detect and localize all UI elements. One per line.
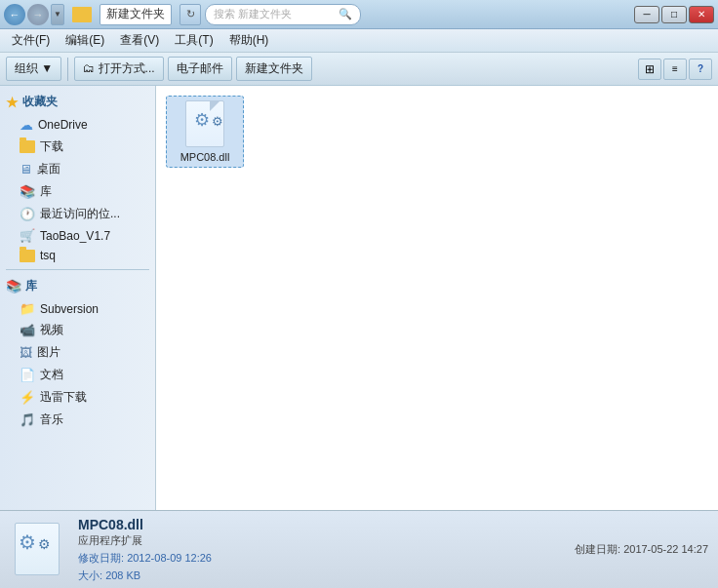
open-with-button[interactable]: 🗂 打开方式... bbox=[74, 57, 163, 81]
folder-icon-subversion: 📁 bbox=[20, 301, 35, 316]
organize-button[interactable]: 组织 ▼ bbox=[6, 57, 61, 81]
status-bar: ⚙ ⚙ MPC08.dll 应用程序扩展 修改日期: 2012-08-09 12… bbox=[0, 510, 718, 588]
menu-file[interactable]: 文件(F) bbox=[4, 30, 58, 51]
favorites-header[interactable]: ★ 收藏夹 bbox=[0, 90, 155, 114]
folder-icon-video: 📹 bbox=[20, 323, 35, 337]
status-type: 应用程序扩展 bbox=[78, 533, 561, 548]
sidebar-item-music[interactable]: 🎵 音乐 bbox=[0, 409, 155, 431]
library-icon: 📚 bbox=[6, 279, 21, 294]
toolbar-right: ⊞ ≡ ? bbox=[638, 59, 712, 80]
new-folder-button[interactable]: 新建文件夹 bbox=[236, 57, 312, 81]
title-bar-left: ← → ▼ 新建文件夹 ↻ 搜索 新建文件夹 🔍 bbox=[4, 4, 361, 25]
address-bar[interactable]: 新建文件夹 bbox=[100, 4, 172, 25]
size-value: 208 KB bbox=[105, 569, 140, 581]
folder-icon bbox=[72, 7, 92, 22]
sidebar-item-taobao[interactable]: 🛒 TaoBao_V1.7 bbox=[0, 225, 155, 246]
menu-edit[interactable]: 编辑(E) bbox=[58, 30, 112, 51]
email-button[interactable]: 电子邮件 bbox=[168, 57, 232, 81]
folder-icon-documents: 📄 bbox=[20, 368, 35, 382]
back-button[interactable]: ← bbox=[4, 4, 25, 25]
status-info: MPC08.dll 应用程序扩展 修改日期: 2012-08-09 12:26 … bbox=[78, 517, 561, 583]
status-right: 创建日期: 2017-05-22 14:27 bbox=[575, 540, 708, 560]
sidebar-item-xunlei[interactable]: ⚡ 迅雷下载 bbox=[0, 386, 155, 409]
help-button[interactable]: ? bbox=[689, 59, 712, 80]
sidebar-item-library[interactable]: 📚 库 bbox=[0, 180, 155, 203]
status-created: 创建日期: 2017-05-22 14:27 bbox=[575, 540, 708, 560]
menu-help[interactable]: 帮助(H) bbox=[221, 30, 277, 51]
toolbar-separator bbox=[67, 58, 68, 81]
folder-icon-taobao: 🛒 bbox=[20, 228, 35, 243]
window-controls: ─ □ ✕ bbox=[634, 6, 714, 23]
file-mpc08-dll[interactable]: ⚙ ⚙ MPC08.dll bbox=[166, 96, 244, 168]
view-grid-button[interactable]: ⊞ bbox=[638, 59, 661, 80]
search-placeholder: 搜索 新建文件夹 bbox=[214, 7, 292, 21]
menu-tools[interactable]: 工具(T) bbox=[167, 30, 220, 51]
star-icon: ★ bbox=[6, 95, 19, 110]
maximize-button[interactable]: □ bbox=[661, 6, 687, 23]
sidebar-item-recent[interactable]: 🕐 最近访问的位... bbox=[0, 203, 155, 225]
search-icon: 🔍 bbox=[339, 8, 352, 20]
address-text: 新建文件夹 bbox=[106, 6, 165, 22]
sidebar-item-download[interactable]: 下载 bbox=[0, 136, 155, 158]
minimize-button[interactable]: ─ bbox=[634, 6, 659, 23]
folder-icon-download bbox=[20, 140, 35, 153]
icon-paper: ⚙ ⚙ bbox=[185, 100, 224, 147]
library-label: 库 bbox=[25, 278, 37, 294]
title-bar: ← → ▼ 新建文件夹 ↻ 搜索 新建文件夹 🔍 ─ □ ✕ bbox=[0, 0, 718, 29]
sidebar: ★ 收藏夹 ☁ OneDrive 下载 🖥 桌面 📚 库 🕐 最近访问的位...… bbox=[0, 86, 156, 510]
sidebar-item-documents[interactable]: 📄 文档 bbox=[0, 364, 155, 386]
file-label: MPC08.dll bbox=[180, 151, 230, 163]
size-label: 大小: bbox=[78, 569, 102, 581]
main-area: ★ 收藏夹 ☁ OneDrive 下载 🖥 桌面 📚 库 🕐 最近访问的位...… bbox=[0, 86, 718, 510]
modified-value: 2012-08-09 12:26 bbox=[127, 552, 212, 564]
folder-icon-onedrive: ☁ bbox=[20, 117, 33, 133]
icon-gears: ⚙ ⚙ bbox=[194, 109, 223, 131]
status-filename: MPC08.dll bbox=[78, 517, 561, 532]
menu-view[interactable]: 查看(V) bbox=[112, 30, 167, 51]
status-modified: 修改日期: 2012-08-09 12:26 bbox=[78, 551, 561, 566]
folder-icon-library: 📚 bbox=[20, 184, 35, 199]
status-file-icon: ⚙ ⚙ bbox=[10, 523, 64, 577]
gear-small: ⚙ bbox=[212, 114, 223, 131]
toolbar: 组织 ▼ 🗂 打开方式... 电子邮件 新建文件夹 ⊞ ≡ ? bbox=[0, 53, 718, 86]
folder-icon-tsq bbox=[20, 250, 35, 262]
sidebar-item-desktop[interactable]: 🖥 桌面 bbox=[0, 158, 155, 180]
sidebar-item-pictures[interactable]: 🖼 图片 bbox=[0, 341, 155, 364]
folder-icon-pictures: 🖼 bbox=[20, 345, 32, 360]
sidebar-divider bbox=[6, 269, 149, 270]
forward-button[interactable]: → bbox=[27, 4, 49, 25]
sidebar-item-tsq[interactable]: tsq bbox=[0, 246, 155, 265]
dll-icon: ⚙ ⚙ bbox=[181, 100, 228, 147]
sidebar-item-video[interactable]: 📹 视频 bbox=[0, 319, 155, 341]
menu-bar: 文件(F) 编辑(E) 查看(V) 工具(T) 帮助(H) bbox=[0, 29, 718, 53]
file-area: ⚙ ⚙ MPC08.dll bbox=[156, 86, 718, 510]
close-button[interactable]: ✕ bbox=[689, 6, 714, 23]
gear-large: ⚙ bbox=[194, 109, 210, 131]
library-header[interactable]: 📚 库 bbox=[0, 274, 155, 298]
status-icon-gears: ⚙ ⚙ bbox=[19, 530, 51, 554]
nav-buttons: ← → ▼ bbox=[4, 4, 64, 25]
status-size: 大小: 208 KB bbox=[78, 568, 561, 583]
folder-icon-xunlei: ⚡ bbox=[20, 390, 35, 405]
search-bar[interactable]: 搜索 新建文件夹 🔍 bbox=[205, 4, 361, 25]
modified-label: 修改日期: bbox=[78, 552, 124, 564]
refresh-button[interactable]: ↻ bbox=[180, 4, 201, 25]
view-list-button[interactable]: ≡ bbox=[663, 59, 687, 80]
sidebar-item-onedrive[interactable]: ☁ OneDrive bbox=[0, 114, 155, 136]
favorites-label: 收藏夹 bbox=[22, 94, 58, 110]
folder-icon-music: 🎵 bbox=[20, 412, 35, 427]
folder-icon-recent: 🕐 bbox=[20, 207, 35, 221]
folder-icon-desktop: 🖥 bbox=[20, 162, 32, 176]
dropdown-button[interactable]: ▼ bbox=[51, 4, 64, 25]
sidebar-item-subversion[interactable]: 📁 Subversion bbox=[0, 298, 155, 319]
